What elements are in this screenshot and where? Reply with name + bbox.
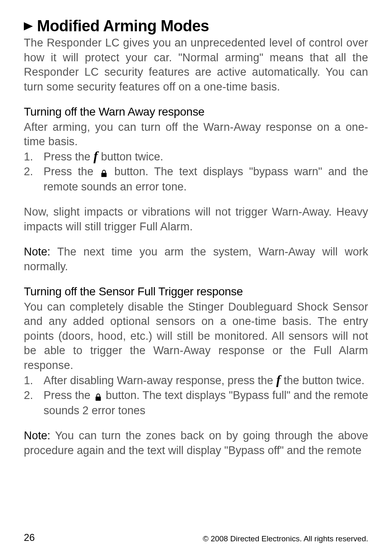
- list-body: After disabling Warn-away response, pres…: [44, 373, 368, 388]
- list-item: 2. Press the button. The text displays "…: [24, 388, 368, 418]
- copyright: © 2008 Directed Electronics. All rights …: [203, 534, 368, 543]
- list-body: Press the f button twice.: [44, 149, 368, 164]
- list-item: 2. Press the button. The text displays "…: [24, 164, 368, 194]
- step-text: the button twice.: [284, 374, 364, 387]
- sensor-full-lead: You can completely disable the Stinger D…: [24, 300, 368, 373]
- note-text: You can turn the zones back on by going …: [24, 429, 368, 457]
- list-item: 1. Press the f button twice.: [24, 149, 368, 164]
- function-icon: f: [94, 151, 98, 162]
- warn-away-lead: After arming, you can turn off the Warn-…: [24, 120, 368, 149]
- warn-away-after: Now, slight impacts or vibrations will n…: [24, 205, 368, 234]
- page-number: 26: [24, 532, 35, 543]
- warn-away-steps: 1. Press the f button twice. 2. Press th…: [24, 149, 368, 194]
- list-body: Press the button. The text displays "Byp…: [44, 388, 368, 418]
- step-text: Press the: [44, 389, 94, 401]
- sensor-full-steps: 1. After disabling Warn-away response, p…: [24, 373, 368, 418]
- note-label: Note:: [24, 246, 51, 258]
- page-footer: 26 © 2008 Directed Electronics. All righ…: [24, 532, 368, 543]
- lock-icon: [94, 391, 103, 400]
- note-text: The next time you arm the system, Warn-A…: [24, 246, 368, 273]
- list-number: 2.: [24, 164, 44, 194]
- list-number: 1.: [24, 373, 44, 388]
- intro-paragraph: The Responder LC gives you an unpreceden…: [24, 36, 368, 95]
- list-number: 2.: [24, 388, 44, 418]
- list-body: Press the button. The text displays "byp…: [44, 164, 368, 194]
- subheading-warn-away: Turning off the Warn Away response: [24, 105, 368, 118]
- list-item: 1. After disabling Warn-away response, p…: [24, 373, 368, 388]
- step-text: button twice.: [101, 151, 164, 163]
- heading-text: Modified Arming Modes: [37, 17, 209, 35]
- list-number: 1.: [24, 149, 44, 164]
- subheading-sensor-full: Turning off the Sensor Full Trigger resp…: [24, 285, 368, 298]
- lock-icon: [99, 167, 108, 176]
- step-text: Press the: [44, 165, 99, 178]
- function-icon: f: [276, 375, 281, 385]
- section-heading: Modified Arming Modes: [24, 17, 368, 35]
- note-sensor-full: Note: You can turn the zones back on by …: [24, 429, 368, 458]
- step-text: After disabling Warn-away response, pres…: [44, 374, 276, 387]
- step-text: Press the: [44, 151, 94, 163]
- arrow-right-icon: [24, 22, 33, 30]
- note-label: Note:: [24, 429, 51, 442]
- note-warn-away: Note: The next time you arm the system, …: [24, 245, 368, 274]
